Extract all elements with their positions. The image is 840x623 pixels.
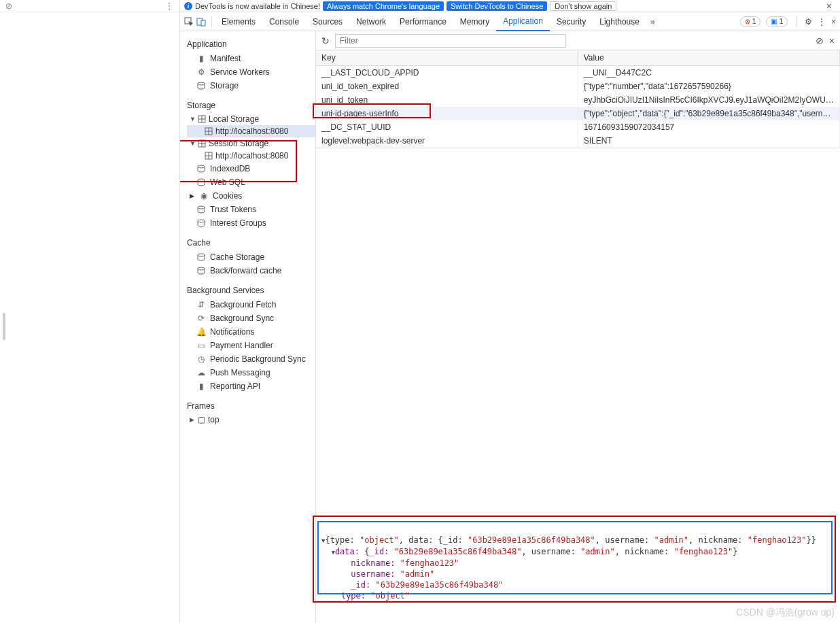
column-key[interactable]: Key [316, 50, 578, 66]
sidebar-item-bg-sync[interactable]: ⟳Background Sync [180, 312, 315, 325]
switch-devtools-chinese-button[interactable]: Switch DevTools to Chinese [447, 1, 547, 11]
more-tabs-icon[interactable]: » [646, 17, 659, 27]
close-language-bar-icon[interactable]: × [822, 1, 836, 12]
match-chrome-language-button[interactable]: Always match Chrome's language [323, 1, 444, 11]
devtools-language-bar: i DevTools is now available in Chinese! … [180, 0, 840, 12]
clear-all-icon[interactable]: ⊘ [816, 35, 824, 46]
chevron-right-icon: ▶ [190, 192, 195, 199]
tab-performance[interactable]: Performance [393, 12, 453, 31]
close-devtools-icon[interactable]: × [831, 17, 836, 27]
more-icon[interactable]: ⋮ [164, 1, 174, 12]
svg-point-18 [198, 206, 205, 209]
database-icon [196, 205, 206, 214]
sidebar-item-reporting[interactable]: ▮Reporting API [180, 380, 315, 393]
value-preview: ▼{type: "object", data: {_id: "63b29e89e… [316, 148, 840, 623]
file-icon: ▮ [196, 54, 206, 63]
sidebar-item-storage[interactable]: Storage [180, 79, 315, 92]
panel-resize-handle[interactable] [3, 313, 5, 340]
tab-application[interactable]: Application [496, 12, 550, 31]
filter-input[interactable] [335, 34, 566, 48]
tab-sources[interactable]: Sources [306, 12, 349, 31]
database-icon [196, 266, 206, 275]
section-storage: Storage [180, 92, 315, 113]
sidebar-item-payment[interactable]: ▭Payment Handler [180, 339, 315, 352]
sidebar-item-websql[interactable]: Web SQL [180, 175, 315, 189]
sidebar-item-push[interactable]: ☁Push Messaging [180, 366, 315, 380]
browser-tab-strip: ⊘ ⋮ [0, 0, 180, 623]
section-cache: Cache [180, 230, 315, 250]
error-badge[interactable]: ⊗1 [740, 16, 761, 27]
section-application: Application [180, 31, 315, 52]
file-icon: ▮ [196, 382, 206, 391]
clock-icon: ◷ [196, 354, 206, 364]
window-icon: ▢ [198, 415, 205, 424]
kebab-menu-icon[interactable]: ⋮ [818, 17, 826, 27]
chevron-down-icon: ▼ [190, 116, 195, 122]
storage-content: ↻ ⊘ × Key Value __LAST_DCLOUD_APPID__UNI… [316, 31, 840, 623]
grid-icon [205, 152, 213, 160]
table-row[interactable]: uni_id_tokeneyJhbGciOiJIUzI1NiIsInR5cCI6… [316, 93, 840, 107]
tree-local-storage[interactable]: ▼ Local Storage [187, 113, 315, 125]
column-value[interactable]: Value [578, 50, 839, 66]
sidebar-item-interest-groups[interactable]: Interest Groups [180, 216, 315, 230]
svg-point-21 [198, 267, 205, 270]
devtools-tabs-bar: Elements Console Sources Network Perform… [180, 12, 840, 31]
tree-local-storage-origin[interactable]: http://localhost:8080 [187, 125, 315, 137]
storage-table: Key Value __LAST_DCLOUD_APPID__UNI__D447… [316, 50, 840, 148]
bell-icon: 🔔 [196, 327, 206, 337]
database-icon [196, 81, 206, 90]
inspect-element-icon[interactable] [184, 17, 196, 27]
watermark-text: CSDN @冯浩(grow up) [736, 607, 835, 619]
gear-icon[interactable]: ⚙ [805, 17, 812, 27]
gear-icon: ⚙ [196, 67, 206, 77]
sidebar-item-trust-tokens[interactable]: Trust Tokens [180, 203, 315, 216]
language-bar-text: DevTools is now available in Chinese! [195, 2, 320, 10]
device-toolbar-icon[interactable] [196, 17, 209, 27]
svg-point-3 [198, 82, 205, 85]
svg-rect-2 [201, 20, 205, 26]
sidebar-item-indexeddb[interactable]: IndexedDB [180, 162, 315, 175]
section-background-services: Background Services [180, 277, 315, 298]
refresh-icon[interactable]: ↻ [321, 35, 330, 46]
svg-point-20 [198, 254, 205, 256]
cloud-icon: ☁ [196, 368, 206, 377]
grid-icon [205, 127, 213, 135]
sidebar-item-cache-storage[interactable]: Cache Storage [180, 250, 315, 264]
sidebar-item-service-workers[interactable]: ⚙Service Workers [180, 65, 315, 79]
table-row[interactable]: __LAST_DCLOUD_APPID__UNI__D447C2C [316, 66, 840, 80]
chevron-right-icon: ▶ [190, 416, 195, 423]
delete-selected-icon[interactable]: × [829, 35, 835, 46]
section-frames: Frames [180, 393, 315, 414]
database-icon [196, 164, 206, 173]
cookie-icon: ◉ [199, 191, 209, 201]
tab-lighthouse[interactable]: Lighthouse [593, 12, 646, 31]
sidebar-item-periodic-sync[interactable]: ◷Periodic Background Sync [180, 352, 315, 366]
sync-icon: ⟳ [196, 314, 206, 323]
svg-point-17 [198, 179, 205, 182]
dont-show-again-button[interactable]: Don't show again [550, 1, 616, 11]
chevron-down-icon: ▼ [190, 140, 195, 147]
sidebar-item-bf-cache[interactable]: Back/forward cache [180, 264, 315, 277]
download-icon: ⇵ [196, 300, 206, 309]
sidebar-item-manifest[interactable]: ▮Manifest [180, 52, 315, 65]
tab-security[interactable]: Security [550, 12, 593, 31]
tab-elements[interactable]: Elements [215, 12, 262, 31]
database-icon [196, 252, 206, 262]
tree-session-storage[interactable]: ▼ Session Storage [187, 137, 315, 150]
table-row[interactable]: __DC_STAT_UUID16716093159072034157 [316, 120, 840, 134]
table-row[interactable]: loglevel:webpack-dev-serverSILENT [316, 134, 840, 148]
tab-network[interactable]: Network [349, 12, 393, 31]
info-icon: i [184, 2, 192, 10]
sidebar-item-bg-fetch[interactable]: ⇵Background Fetch [180, 298, 315, 312]
tab-console[interactable]: Console [262, 12, 306, 31]
tree-frames-top[interactable]: ▶▢top [187, 414, 315, 426]
table-row[interactable]: uni_id_token_expired{"type":"number","da… [316, 80, 840, 93]
sidebar-item-notifications[interactable]: 🔔Notifications [180, 325, 315, 339]
svg-point-19 [198, 220, 205, 222]
sidebar-item-cookies[interactable]: ▶◉Cookies [180, 189, 315, 203]
table-row[interactable]: uni-id-pages-userInfo{"type":"object","d… [316, 107, 840, 120]
no-symbol-icon: ⊘ [5, 1, 12, 11]
tree-session-storage-origin[interactable]: http://localhost:8080 [187, 150, 315, 162]
tab-memory[interactable]: Memory [453, 12, 496, 31]
issues-badge[interactable]: ▣1 [766, 16, 788, 27]
